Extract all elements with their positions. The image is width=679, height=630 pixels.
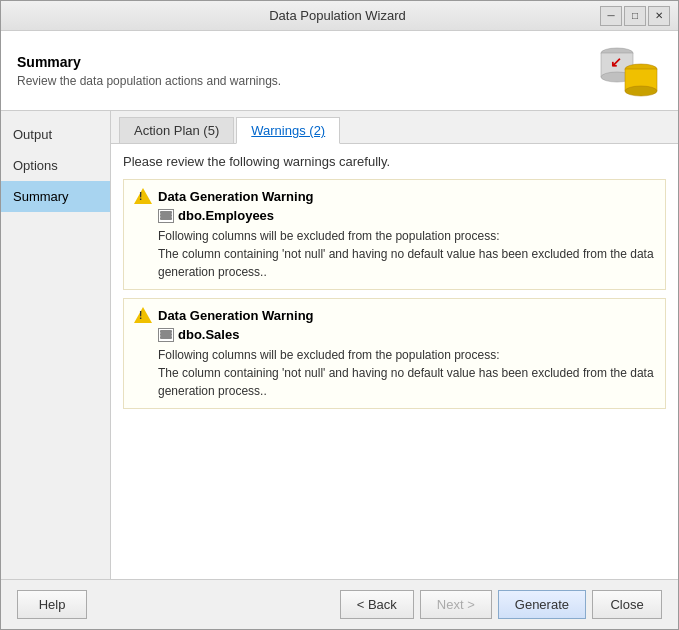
generate-button[interactable]: Generate xyxy=(498,590,586,619)
table-icon-2 xyxy=(158,328,174,342)
help-button[interactable]: Help xyxy=(17,590,87,619)
sidebar-item-options[interactable]: Options xyxy=(1,150,110,181)
warning-header-1: Data Generation Warning xyxy=(134,188,655,204)
table-name-1: dbo.Employees xyxy=(178,208,274,223)
warning-item-2: Data Generation Warning dbo.Sales Follow… xyxy=(123,298,666,409)
tab-content: Please review the following warnings car… xyxy=(111,144,678,579)
footer-right: < Back Next > Generate Close xyxy=(340,590,662,619)
table-icon-1 xyxy=(158,209,174,223)
minimize-button[interactable]: ─ xyxy=(600,6,622,26)
svg-text:↙: ↙ xyxy=(610,54,622,70)
warning-table-row-1: dbo.Employees xyxy=(158,208,655,223)
sidebar: Output Options Summary xyxy=(1,111,111,579)
window-title: Data Population Wizard xyxy=(75,8,600,23)
warning-item-1: Data Generation Warning dbo.Employees Fo… xyxy=(123,179,666,290)
warning-header-2: Data Generation Warning xyxy=(134,307,655,323)
warning-title-2: Data Generation Warning xyxy=(158,308,314,323)
header-subtitle: Review the data population actions and w… xyxy=(17,74,281,88)
next-button[interactable]: Next > xyxy=(420,590,492,619)
warning-title-1: Data Generation Warning xyxy=(158,189,314,204)
header-panel: Summary Review the data population actio… xyxy=(1,31,678,111)
table-name-2: dbo.Sales xyxy=(178,327,239,342)
header-text: Summary Review the data population actio… xyxy=(17,54,281,88)
tab-action-plan[interactable]: Action Plan (5) xyxy=(119,117,234,143)
sidebar-item-output[interactable]: Output xyxy=(1,119,110,150)
window-close-button[interactable]: ✕ xyxy=(648,6,670,26)
close-button[interactable]: Close xyxy=(592,590,662,619)
tab-warnings[interactable]: Warnings (2) xyxy=(236,117,340,144)
maximize-button[interactable]: □ xyxy=(624,6,646,26)
tabs-bar: Action Plan (5) Warnings (2) xyxy=(111,111,678,144)
main-panel: Action Plan (5) Warnings (2) Please revi… xyxy=(111,111,678,579)
warning-icon-1 xyxy=(134,188,152,204)
database-icon: ↙ xyxy=(597,43,662,98)
main-window: Data Population Wizard ─ □ ✕ Summary Rev… xyxy=(0,0,679,630)
warning-icon-2 xyxy=(134,307,152,323)
review-text: Please review the following warnings car… xyxy=(123,154,666,169)
window-controls: ─ □ ✕ xyxy=(600,6,670,26)
sidebar-item-summary[interactable]: Summary xyxy=(1,181,110,212)
warning-desc-1: Following columns will be excluded from … xyxy=(158,227,655,281)
warning-desc-2: Following columns will be excluded from … xyxy=(158,346,655,400)
warning-table-row-2: dbo.Sales xyxy=(158,327,655,342)
header-title: Summary xyxy=(17,54,281,70)
header-icon: ↙ xyxy=(597,43,662,98)
back-button[interactable]: < Back xyxy=(340,590,414,619)
title-bar: Data Population Wizard ─ □ ✕ xyxy=(1,1,678,31)
footer: Help < Back Next > Generate Close xyxy=(1,579,678,629)
content-area: Output Options Summary Action Plan (5) W… xyxy=(1,111,678,579)
footer-left: Help xyxy=(17,590,87,619)
svg-point-6 xyxy=(625,86,657,96)
